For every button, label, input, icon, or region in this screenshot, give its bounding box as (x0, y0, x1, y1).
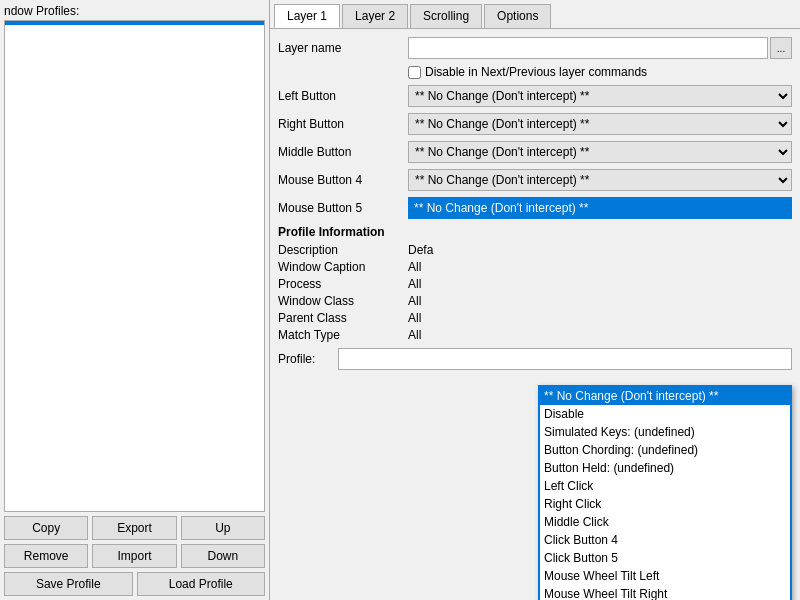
remove-button[interactable]: Remove (4, 544, 88, 568)
process-label: Process (278, 277, 408, 291)
dropdown-item-1[interactable]: Disable (540, 405, 790, 423)
left-panel: ndow Profiles: Copy Export Up Remove Imp… (0, 0, 270, 600)
profile-list-item[interactable] (5, 21, 264, 25)
process-val: All (408, 277, 458, 291)
down-button[interactable]: Down (181, 544, 265, 568)
left-button-label: Left Button (278, 89, 408, 103)
dropdown-item-9[interactable]: Click Button 5 (540, 549, 790, 567)
left-button-row: Left Button ** No Change (Don't intercep… (278, 85, 792, 107)
disable-checkbox[interactable] (408, 66, 421, 79)
tab-layer2[interactable]: Layer 2 (342, 4, 408, 28)
profile-info-title: Profile Information (278, 225, 792, 239)
mouse-button4-row: Mouse Button 4 ** No Change (Don't inter… (278, 169, 792, 191)
export-button[interactable]: Export (92, 516, 176, 540)
matchtype-data (458, 328, 792, 342)
profile-info-grid: Description Defa Window Caption All Proc… (278, 243, 792, 342)
dropdown-item-10[interactable]: Mouse Wheel Tilt Left (540, 567, 790, 585)
tab-content: Layer name ... Disable in Next/Previous … (270, 29, 800, 600)
dropdown-item-selected[interactable]: ** No Change (Don't intercept) ** (540, 387, 790, 405)
mouse-button4-select[interactable]: ** No Change (Don't intercept) ** (408, 169, 792, 191)
layer-name-label: Layer name (278, 41, 408, 55)
right-button-row: Right Button ** No Change (Don't interce… (278, 113, 792, 135)
layer-name-row: Layer name ... (278, 37, 792, 59)
middle-button-row: Middle Button ** No Change (Don't interc… (278, 141, 792, 163)
tab-scrolling[interactable]: Scrolling (410, 4, 482, 28)
matchtype-val: All (408, 328, 458, 342)
load-profile-button[interactable]: Load Profile (137, 572, 266, 596)
desc-data (458, 243, 792, 257)
winclass-data (458, 294, 792, 308)
dropdown-item-2[interactable]: Simulated Keys: (undefined) (540, 423, 790, 441)
mouse-button5-dropdown: ** No Change (Don't intercept) ** Disabl… (538, 385, 792, 600)
wincap-label: Window Caption (278, 260, 408, 274)
disable-checkbox-label: Disable in Next/Previous layer commands (425, 65, 647, 79)
dropdown-item-4[interactable]: Button Held: (undefined) (540, 459, 790, 477)
desc-val: Defa (408, 243, 458, 257)
tabs-bar: Layer 1 Layer 2 Scrolling Options (270, 0, 800, 29)
matchtype-label: Match Type (278, 328, 408, 342)
middle-button-select[interactable]: ** No Change (Don't intercept) ** (408, 141, 792, 163)
left-panel-title: ndow Profiles: (4, 4, 265, 18)
mouse-button5-row: Mouse Button 5 ** No Change (Don't inter… (278, 197, 792, 219)
dropdown-item-6[interactable]: Right Click (540, 495, 790, 513)
middle-button-label: Middle Button (278, 145, 408, 159)
winclass-label: Window Class (278, 294, 408, 308)
parentclass-val: All (408, 311, 458, 325)
save-profile-button[interactable]: Save Profile (4, 572, 133, 596)
tab-layer1[interactable]: Layer 1 (274, 4, 340, 28)
right-panel: Layer 1 Layer 2 Scrolling Options Layer … (270, 0, 800, 600)
profile-list (4, 20, 265, 512)
wincap-val: All (408, 260, 458, 274)
mouse-button5-dropdown-trigger[interactable]: ** No Change (Don't intercept) ** (408, 197, 792, 219)
mouse-button5-label: Mouse Button 5 (278, 201, 408, 215)
desc-label: Description (278, 243, 408, 257)
left-buttons-top-row: Copy Export Up (4, 516, 265, 540)
disable-checkbox-row: Disable in Next/Previous layer commands (408, 65, 792, 79)
profile-field-label: Profile: (278, 352, 338, 366)
parentclass-data (458, 311, 792, 325)
right-button-label: Right Button (278, 117, 408, 131)
dropdown-item-11[interactable]: Mouse Wheel Tilt Right (540, 585, 790, 600)
winclass-val: All (408, 294, 458, 308)
import-button[interactable]: Import (92, 544, 176, 568)
process-data (458, 277, 792, 291)
copy-button[interactable]: Copy (4, 516, 88, 540)
layer-name-input[interactable] (408, 37, 768, 59)
mouse-button4-label: Mouse Button 4 (278, 173, 408, 187)
profile-row: Profile: (278, 348, 792, 370)
parentclass-label: Parent Class (278, 311, 408, 325)
left-button-select[interactable]: ** No Change (Don't intercept) ** (408, 85, 792, 107)
up-button[interactable]: Up (181, 516, 265, 540)
dropdown-item-8[interactable]: Click Button 4 (540, 531, 790, 549)
tab-options[interactable]: Options (484, 4, 551, 28)
left-buttons-bottom-row: Remove Import Down (4, 544, 265, 568)
bottom-buttons-row: Save Profile Load Profile (4, 572, 265, 596)
profile-info-section: Profile Information Description Defa Win… (278, 225, 792, 370)
layer-name-btn[interactable]: ... (770, 37, 792, 59)
dropdown-item-3[interactable]: Button Chording: (undefined) (540, 441, 790, 459)
wincap-data (458, 260, 792, 274)
mouse-button5-selected-value: ** No Change (Don't intercept) ** (414, 201, 588, 215)
right-button-select[interactable]: ** No Change (Don't intercept) ** (408, 113, 792, 135)
dropdown-item-5[interactable]: Left Click (540, 477, 790, 495)
profile-field-input[interactable] (338, 348, 792, 370)
dropdown-item-7[interactable]: Middle Click (540, 513, 790, 531)
